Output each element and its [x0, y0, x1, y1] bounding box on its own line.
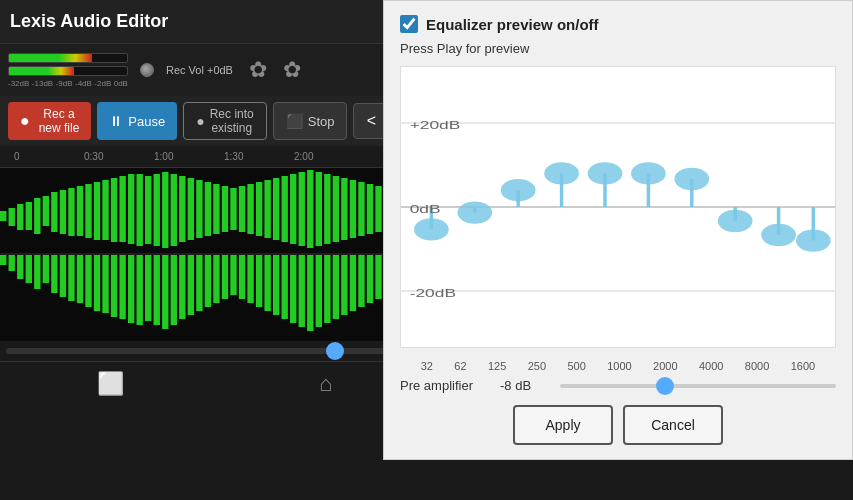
scroll-thumb[interactable] — [326, 342, 344, 360]
svg-rect-143 — [358, 255, 364, 307]
meter-bar-bottom-fill — [9, 67, 74, 75]
svg-rect-19 — [162, 172, 168, 248]
eq-x-labels: 32 62 125 250 500 1000 2000 4000 8000 16… — [400, 360, 836, 372]
eq-buttons: Apply Cancel — [400, 405, 836, 445]
svg-rect-128 — [230, 255, 236, 295]
svg-rect-20 — [171, 174, 177, 246]
svg-rect-33 — [281, 176, 287, 242]
svg-point-210 — [501, 179, 536, 201]
svg-rect-4 — [34, 198, 40, 234]
svg-point-208 — [457, 201, 492, 223]
svg-rect-116 — [128, 255, 134, 323]
svg-rect-16 — [136, 174, 142, 246]
svg-rect-9 — [77, 186, 83, 236]
pre-amp-thumb[interactable] — [656, 377, 674, 395]
meter-labels: -32dB -13dB -9dB -4dB -2dB 0dB — [8, 79, 128, 88]
svg-rect-145 — [375, 255, 381, 299]
svg-rect-22 — [188, 178, 194, 240]
svg-rect-30 — [256, 182, 262, 236]
svg-rect-125 — [205, 255, 211, 307]
rec-existing-button[interactable]: ● Rec into existing — [183, 102, 267, 140]
svg-point-220 — [718, 210, 753, 232]
svg-point-222 — [761, 224, 796, 246]
level-meter: -32dB -13dB -9dB -4dB -2dB 0dB — [8, 53, 128, 88]
eq-checkbox[interactable] — [400, 15, 418, 33]
pre-amp-slider[interactable] — [560, 384, 836, 388]
svg-rect-127 — [222, 255, 228, 299]
svg-rect-113 — [102, 255, 108, 313]
timeline-mark-90: 1:30 — [224, 151, 243, 162]
svg-rect-41 — [350, 180, 356, 238]
nav-windows-icon[interactable]: ⬜ — [97, 371, 124, 397]
svg-rect-102 — [9, 255, 15, 271]
svg-rect-106 — [43, 255, 49, 283]
svg-rect-131 — [256, 255, 262, 307]
cancel-button[interactable]: Cancel — [623, 405, 723, 445]
pause1-icon: ⏸ — [109, 113, 123, 129]
vol-knob[interactable] — [140, 63, 154, 77]
svg-point-224 — [796, 229, 831, 251]
timeline-mark-0: 0 — [14, 151, 20, 162]
svg-rect-124 — [196, 255, 202, 311]
svg-rect-118 — [145, 255, 151, 321]
svg-text:+20dB: +20dB — [410, 119, 461, 131]
svg-rect-114 — [111, 255, 117, 317]
eq-title: Equalizer preview on/off — [426, 16, 599, 33]
svg-rect-141 — [341, 255, 347, 315]
svg-rect-11 — [94, 182, 100, 240]
svg-rect-111 — [85, 255, 91, 307]
svg-text:0dB: 0dB — [410, 203, 441, 215]
svg-rect-12 — [102, 180, 108, 240]
svg-rect-8 — [68, 188, 74, 236]
svg-rect-6 — [51, 192, 57, 232]
svg-rect-139 — [324, 255, 330, 323]
svg-rect-44 — [375, 186, 381, 232]
rec-new-file-button[interactable]: ● Rec a new file — [8, 102, 91, 140]
svg-rect-37 — [316, 172, 322, 246]
pre-amp-value: -8 dB — [500, 378, 550, 393]
svg-rect-101 — [0, 255, 6, 265]
svg-rect-135 — [290, 255, 296, 323]
pre-amp-row: Pre amplifier -8 dB — [400, 378, 836, 393]
equalizer-overlay: Equalizer preview on/off Press Play for … — [383, 0, 853, 460]
svg-point-206 — [414, 218, 449, 240]
svg-rect-104 — [26, 255, 32, 283]
timeline-mark-120: 2:00 — [294, 151, 313, 162]
svg-rect-105 — [34, 255, 40, 289]
svg-rect-18 — [154, 174, 160, 246]
svg-rect-42 — [358, 182, 364, 236]
svg-rect-7 — [60, 190, 66, 234]
timeline-mark-60: 1:00 — [154, 151, 173, 162]
svg-rect-29 — [247, 184, 253, 234]
svg-rect-126 — [213, 255, 219, 303]
svg-rect-134 — [281, 255, 287, 319]
meter-bar-top — [8, 53, 128, 63]
svg-text:-20dB: -20dB — [410, 287, 456, 299]
fan-icon-right: ✿ — [283, 57, 301, 83]
svg-rect-110 — [77, 255, 83, 303]
svg-rect-31 — [264, 180, 270, 238]
svg-point-212 — [544, 162, 579, 184]
eq-preview-text: Press Play for preview — [400, 41, 836, 56]
svg-rect-36 — [307, 170, 313, 248]
svg-rect-34 — [290, 174, 296, 244]
stop1-button[interactable]: ⬛ Stop — [273, 102, 348, 140]
svg-rect-130 — [247, 255, 253, 303]
svg-rect-108 — [60, 255, 66, 297]
svg-rect-140 — [333, 255, 339, 319]
svg-rect-27 — [230, 188, 236, 230]
meter-bar-bottom — [8, 66, 128, 76]
eq-chart: +20dB 0dB -20dB — [400, 66, 836, 348]
apply-button[interactable]: Apply — [513, 405, 613, 445]
svg-rect-132 — [264, 255, 270, 311]
svg-rect-117 — [136, 255, 142, 325]
pause1-button[interactable]: ⏸ Pause — [97, 102, 177, 140]
nav-home-icon[interactable]: ⌂ — [319, 371, 332, 397]
svg-rect-43 — [367, 184, 373, 234]
svg-rect-38 — [324, 174, 330, 244]
svg-rect-129 — [239, 255, 245, 299]
svg-rect-13 — [111, 178, 117, 242]
svg-point-216 — [631, 162, 666, 184]
svg-rect-133 — [273, 255, 279, 315]
stop1-icon: ⬛ — [286, 113, 303, 129]
